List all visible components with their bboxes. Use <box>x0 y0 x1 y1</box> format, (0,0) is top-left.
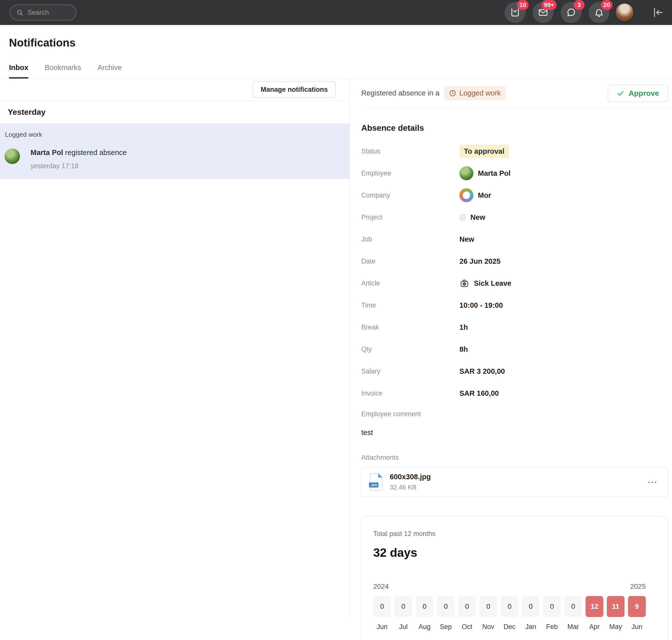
field-label: Date <box>361 258 459 265</box>
attachment-menu-button[interactable]: ⋯ <box>647 480 658 484</box>
chat-button[interactable]: 3 <box>561 2 582 23</box>
notification-list-panel: Manage notifications Yesterday Logged wo… <box>0 79 350 617</box>
collapse-left-icon <box>652 6 664 19</box>
field-label: Project <box>361 214 459 221</box>
jpg-label: .JPG <box>370 483 377 487</box>
field-row-employee: Employee Marta Pol <box>361 162 668 184</box>
month-box-highlighted: 9 <box>628 596 646 617</box>
field-row-break: Break 1h <box>361 316 668 338</box>
logged-work-badge: Logged work <box>444 86 506 100</box>
invoice-value: SAR 160,00 <box>459 389 499 397</box>
detail-panel: Registered absence in a Logged work Appr… <box>350 79 672 617</box>
logged-work-badge-label: Logged work <box>459 89 501 97</box>
attachment-file-size: 32.46 KB <box>390 483 431 491</box>
employee-comment-value: test <box>361 428 668 437</box>
month-box: 0 <box>373 596 391 617</box>
page-title: Notifications <box>9 37 663 49</box>
field-label: Qty <box>361 346 459 353</box>
field-row-qty: Qty 8h <box>361 338 668 360</box>
approve-button[interactable]: Approve <box>608 85 668 102</box>
field-row-salary: Salary SAR 3 200,00 <box>361 360 668 382</box>
tab-archive[interactable]: Archive <box>98 63 122 78</box>
absence-details-title: Absence details <box>361 123 668 133</box>
month-box: 0 <box>564 596 582 617</box>
company-name: Mor <box>478 191 491 200</box>
attachment-file-name: 600x308.jpg <box>390 473 431 481</box>
absence-details-fields: Status To approval Employee Marta Pol Co… <box>361 140 668 404</box>
jpg-file-icon: .JPG <box>369 473 383 491</box>
month-box: 0 <box>479 596 497 617</box>
month-box: 0 <box>458 596 476 617</box>
month-label: Aug <box>416 623 433 631</box>
attachment-card[interactable]: .JPG 600x308.jpg 32.46 KB ⋯ <box>361 467 668 497</box>
month-box: 0 <box>501 596 518 617</box>
user-avatar[interactable] <box>615 3 634 22</box>
year-right-label: 2025 <box>630 582 646 591</box>
field-label: Status <box>361 147 459 155</box>
tray-download-button[interactable]: 10 <box>505 2 526 23</box>
search-icon <box>16 9 24 16</box>
month-label: Nov <box>479 623 497 631</box>
notification-timestamp: yesterday 17:18 <box>30 162 126 170</box>
notification-text: Marta Pol registered absence <box>30 148 126 157</box>
field-row-project: Project New <box>361 206 668 228</box>
field-row-article: Article Sick Leave <box>361 272 668 294</box>
tray-badge: 10 <box>517 0 528 10</box>
field-label: Break <box>361 323 459 331</box>
mail-button[interactable]: 99+ <box>533 2 554 23</box>
month-label: Jun <box>628 623 646 631</box>
manage-notifications-button[interactable]: Manage notifications <box>253 81 336 98</box>
article-value: Sick Leave <box>474 279 511 288</box>
clock-icon <box>449 89 457 97</box>
job-value: New <box>459 235 474 244</box>
bell-button[interactable]: 20 <box>588 2 610 23</box>
search-box[interactable] <box>10 4 76 20</box>
company-logo <box>459 188 473 202</box>
notification-avatar <box>4 148 20 164</box>
month-label: Dec <box>501 623 518 631</box>
attachments-label: Attachments <box>361 454 668 462</box>
notification-list-item[interactable]: Logged work Marta Pol registered absence… <box>0 124 349 179</box>
medkit-icon <box>459 278 469 288</box>
months-labels: Jun Jul Aug Sep Oct Nov Dec Jan Feb Mar … <box>373 623 656 631</box>
employee-comment-label: Employee comment <box>361 410 668 418</box>
month-box: 0 <box>394 596 412 617</box>
approve-button-label: Approve <box>629 89 659 98</box>
tab-bar: Inbox Bookmarks Archive <box>9 63 672 78</box>
month-label: Jul <box>394 623 412 631</box>
field-row-date: Date 26 Jun 2025 <box>361 250 668 272</box>
notification-action: registered absence <box>63 148 127 157</box>
chat-icon <box>566 7 576 18</box>
status-badge: To approval <box>459 145 509 158</box>
month-box: 0 <box>437 596 455 617</box>
month-label: Oct <box>458 623 476 631</box>
month-label: Feb <box>543 623 561 631</box>
month-box-highlighted: 12 <box>585 596 603 617</box>
tab-bookmarks[interactable]: Bookmarks <box>45 63 81 78</box>
month-label: Jan <box>522 623 540 631</box>
employee-avatar <box>459 166 473 180</box>
mail-badge: 99+ <box>541 0 556 10</box>
summary-title: Total past 12 months <box>373 530 656 538</box>
month-box: 0 <box>522 596 540 617</box>
absence-summary-card: Total past 12 months 32 days 2024 2025 0… <box>361 516 668 640</box>
months-chart: 0 0 0 0 0 0 0 0 0 0 12 11 9 <box>373 596 656 617</box>
month-box: 0 <box>416 596 433 617</box>
detail-header-divider <box>361 107 672 108</box>
field-label: Company <box>361 191 459 199</box>
group-header-yesterday: Yesterday <box>0 101 349 124</box>
project-thumbnail <box>459 214 466 220</box>
search-input[interactable] <box>28 9 68 16</box>
month-label: Mar <box>564 623 582 631</box>
notification-category: Logged work <box>5 131 342 139</box>
project-name: New <box>471 213 486 221</box>
date-value: 26 Jun 2025 <box>459 257 501 265</box>
month-label: Sep <box>437 623 455 631</box>
month-label: May <box>607 623 625 631</box>
field-row-time: Time 10:00 - 19:00 <box>361 294 668 316</box>
time-value: 10:00 - 19:00 <box>459 301 503 309</box>
chat-badge: 3 <box>573 0 585 10</box>
field-label: Salary <box>361 367 459 375</box>
tab-inbox[interactable]: Inbox <box>9 63 28 78</box>
collapse-panel-button[interactable] <box>652 6 664 19</box>
